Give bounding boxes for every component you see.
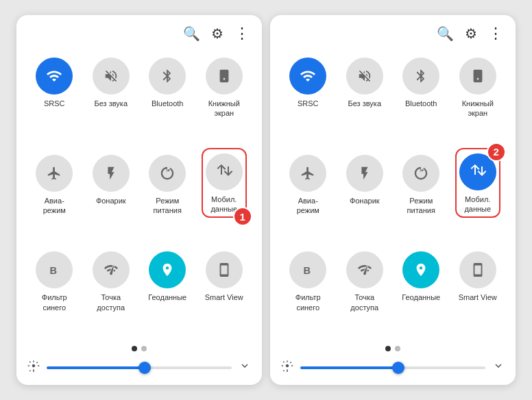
tile-silent[interactable]: Без звука xyxy=(338,51,392,145)
step-badge-1: 1 xyxy=(233,207,252,226)
tile-wifi[interactable]: SRSC xyxy=(27,51,82,145)
tile-icon-filter: B xyxy=(36,251,73,288)
tile-geodata[interactable]: Геоданные xyxy=(141,245,195,339)
tile-label-flashlight: Фонарик xyxy=(96,196,126,205)
tile-icon-screen xyxy=(206,58,243,95)
pagination xyxy=(16,342,262,355)
tile-smartview[interactable]: Smart View xyxy=(197,245,252,339)
brightness-slider[interactable] xyxy=(300,366,485,369)
search-icon[interactable]: 🔍 xyxy=(437,25,454,42)
settings-icon[interactable]: ⚙ xyxy=(211,25,223,42)
tile-flashlight[interactable]: Фонарик xyxy=(338,148,392,242)
more-icon[interactable]: ⋮ xyxy=(488,25,502,42)
top-bar: 🔍⚙⋮ xyxy=(270,15,516,48)
tile-icon-geodata xyxy=(149,251,186,288)
tile-screen[interactable]: Книжный экран xyxy=(197,51,252,145)
tile-icon-smartview xyxy=(206,251,243,288)
tile-label-wifi: SRSC xyxy=(44,99,65,108)
panel-1: 🔍⚙⋮SRSCБез звукаBluetoothКнижный экранАв… xyxy=(16,15,262,385)
tile-label-silent: Без звука xyxy=(94,99,128,108)
tile-screen[interactable]: Книжный экран xyxy=(451,51,505,145)
tile-icon-bluetooth xyxy=(402,58,439,95)
tile-flashlight[interactable]: Фонарик xyxy=(84,148,138,242)
tile-silent[interactable]: Без звука xyxy=(84,51,138,145)
tile-geodata[interactable]: Геоданные xyxy=(394,245,448,339)
tile-label-smartview: Smart View xyxy=(205,292,243,302)
tile-icon-wifi xyxy=(289,58,326,95)
top-bar: 🔍⚙⋮ xyxy=(16,15,262,48)
tile-label-airplane: Авиа- режим xyxy=(43,196,66,216)
tile-wifi[interactable]: SRSC xyxy=(281,51,335,145)
brightness-slider-thumb[interactable] xyxy=(392,362,404,374)
pagination-dot-0[interactable] xyxy=(385,346,391,351)
brightness-sun-icon xyxy=(27,360,40,375)
tile-icon-power xyxy=(149,155,186,192)
main-container: 🔍⚙⋮SRSCБез звукаBluetoothКнижный экранАв… xyxy=(5,4,527,396)
brightness-expand-icon[interactable] xyxy=(492,360,505,375)
brightness-bar xyxy=(270,355,516,385)
tile-smartview[interactable]: Smart View xyxy=(451,245,505,339)
tile-label-hotspot: Точка доступа xyxy=(350,292,378,312)
tile-label-filter: Фильтр синего xyxy=(295,292,321,312)
tile-bluetooth[interactable]: Bluetooth xyxy=(394,51,448,145)
tile-icon-screen xyxy=(459,58,496,95)
brightness-expand-icon[interactable] xyxy=(239,360,251,375)
tile-icon-filter: B xyxy=(289,251,326,288)
tile-wrapper-mobile: Мобил. данные1 xyxy=(197,148,252,242)
tile-label-screen: Книжный экран xyxy=(208,99,240,118)
tile-icon-airplane xyxy=(289,155,326,192)
quick-settings-grid: SRSCБез звукаBluetoothКнижный экранАвиа-… xyxy=(270,48,516,342)
svg-text:B: B xyxy=(304,265,311,276)
tile-label-smartview: Smart View xyxy=(459,292,497,302)
tile-label-mobile: Мобил. данные xyxy=(210,195,237,214)
tile-label-bluetooth: Bluetooth xyxy=(152,99,183,108)
tile-power[interactable]: Режим питания xyxy=(141,148,195,242)
tile-label-airplane: Авиа- режим xyxy=(297,196,319,216)
tile-icon-geodata xyxy=(402,251,439,288)
quick-settings-grid: SRSCБез звукаBluetoothКнижный экранАвиа-… xyxy=(16,48,262,342)
brightness-sun-icon xyxy=(281,360,293,375)
tile-hotspot[interactable]: Точка доступа xyxy=(84,245,138,339)
tile-airplane[interactable]: Авиа- режим xyxy=(27,148,82,242)
tile-label-geodata: Геоданные xyxy=(402,292,440,302)
tile-hotspot[interactable]: Точка доступа xyxy=(338,245,392,339)
tile-icon-mobile xyxy=(206,153,243,190)
pagination-dot-1[interactable] xyxy=(141,346,147,351)
tile-label-geodata: Геоданные xyxy=(148,292,186,302)
search-icon[interactable]: 🔍 xyxy=(183,25,200,42)
tile-bluetooth[interactable]: Bluetooth xyxy=(141,51,195,145)
tile-label-power: Режим питания xyxy=(407,196,435,216)
tile-icon-bluetooth xyxy=(149,58,186,95)
brightness-slider-thumb[interactable] xyxy=(138,362,151,374)
tile-icon-smartview xyxy=(459,251,496,288)
tile-icon-flashlight xyxy=(346,155,383,192)
tile-label-mobile: Мобил. данные xyxy=(464,195,491,214)
highlight-box-mobile: Мобил. данные2 xyxy=(455,148,500,218)
highlight-box-mobile: Мобил. данные1 xyxy=(202,148,247,218)
tile-label-flashlight: Фонарик xyxy=(350,196,380,205)
svg-text:B: B xyxy=(50,265,58,276)
brightness-slider[interactable] xyxy=(47,366,232,369)
step-badge-2: 2 xyxy=(487,142,506,162)
pagination-dot-1[interactable] xyxy=(395,346,400,351)
panel-2: 🔍⚙⋮SRSCБез звукаBluetoothКнижный экранАв… xyxy=(270,15,516,385)
settings-icon[interactable]: ⚙ xyxy=(465,25,477,42)
tile-airplane[interactable]: Авиа- режим xyxy=(281,148,335,242)
tile-filter[interactable]: BФильтр синего xyxy=(281,245,335,339)
tile-icon-flashlight xyxy=(93,155,130,192)
tile-icon-silent xyxy=(93,58,130,95)
tile-icon-wifi xyxy=(36,58,73,95)
tile-label-hotspot: Точка доступа xyxy=(97,292,125,312)
tile-filter[interactable]: BФильтр синего xyxy=(27,245,82,339)
tile-wrapper-mobile: Мобил. данные2 xyxy=(451,148,505,242)
tile-label-power: Режим питания xyxy=(154,196,182,216)
tile-icon-silent xyxy=(346,58,383,95)
tile-label-filter: Фильтр синего xyxy=(42,292,67,312)
more-icon[interactable]: ⋮ xyxy=(234,25,248,42)
tile-icon-power xyxy=(402,155,439,192)
tile-icon-airplane xyxy=(36,155,73,192)
tile-icon-hotspot xyxy=(346,251,383,288)
tile-power[interactable]: Режим питания xyxy=(394,148,448,242)
tile-icon-hotspot xyxy=(93,251,130,288)
pagination-dot-0[interactable] xyxy=(132,346,137,351)
